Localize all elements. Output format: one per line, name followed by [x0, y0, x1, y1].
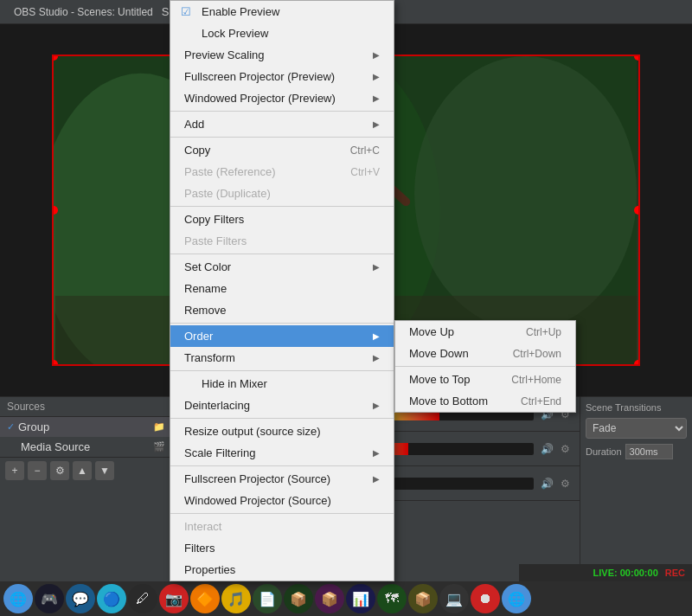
ctx-interact: Interact	[170, 516, 394, 537]
separator-3	[170, 206, 394, 207]
ctx-set-color[interactable]: Set Color ▶	[170, 256, 394, 278]
ctx-windowed-projector-source[interactable]: Windowed Projector (Source)	[170, 490, 394, 511]
audio-settings-2[interactable]: ⚙	[557, 441, 573, 457]
transition-type-select[interactable]: Fade	[586, 418, 687, 439]
transitions-panel: Scene Transitions Fade Duration 300ms	[580, 396, 692, 581]
ctx-order[interactable]: Order ▶	[170, 325, 394, 347]
taskbar-chrome[interactable]: 🌐	[3, 584, 33, 613]
taskbar-app4[interactable]: 🔵	[97, 584, 126, 613]
ctx-lock-preview-label: Lock Preview	[202, 27, 268, 40]
taskbar-steam[interactable]: 🎮	[35, 584, 64, 613]
handle-mr[interactable]	[634, 206, 640, 215]
ctx-lock-preview[interactable]: ☐ Lock Preview	[170, 22, 394, 44]
taskbar-app5[interactable]: 🖊	[128, 584, 157, 613]
audio-settings-3[interactable]: ⚙	[557, 476, 573, 491]
sources-panel-header: Sources	[0, 397, 172, 417]
source-group-label: Group	[18, 420, 49, 433]
context-menu: ☑ Enable Preview ☐ Lock Preview Preview …	[170, 0, 394, 581]
ctx-add[interactable]: Add ▶	[170, 113, 394, 135]
ctx-fullscreen-projector-source[interactable]: Fullscreen Projector (Source) ▶	[170, 468, 394, 490]
handle-bl[interactable]	[52, 360, 58, 366]
source-group-item[interactable]: ✓ Group 📁	[0, 417, 172, 437]
submenu-move-down[interactable]: Move Down Ctrl+Down	[395, 343, 575, 364]
group-check-icon: ✓	[7, 421, 15, 433]
move-down-shortcut: Ctrl+Down	[513, 348, 561, 360]
ctx-properties[interactable]: Properties	[170, 559, 394, 581]
ctx-resize-output[interactable]: Resize output (source size)	[170, 420, 394, 442]
ctx-add-label: Add	[184, 118, 204, 131]
taskbar-terminal[interactable]: 💻	[439, 584, 469, 613]
settings-source-button[interactable]: ⚙	[50, 461, 69, 480]
ctx-copy-label: Copy	[184, 144, 210, 157]
ctx-paste-duplicate-label: Paste (Duplicate)	[184, 187, 271, 200]
ctx-hide-in-mixer[interactable]: ☐ Hide in Mixer	[170, 373, 394, 395]
taskbar-app13[interactable]: 🗺	[377, 584, 407, 613]
ctx-deinterlacing[interactable]: Deinterlacing ▶	[170, 395, 394, 416]
audio-slider-2[interactable]: 🔊	[539, 441, 554, 457]
move-down-source-button[interactable]: ▼	[95, 461, 114, 480]
taskbar-app8[interactable]: 🎵	[221, 584, 251, 613]
ctx-windowed-projector-preview-label: Windowed Projector (Preview)	[184, 92, 336, 105]
ctx-enable-preview-label: Enable Preview	[202, 5, 279, 18]
taskbar-app6[interactable]: 📷	[159, 584, 189, 613]
ctx-rename[interactable]: Rename	[170, 278, 394, 299]
taskbar-last[interactable]: 🌐	[502, 584, 531, 613]
submenu-move-to-top[interactable]: Move to Top Ctrl+Home	[395, 369, 575, 390]
order-submenu: Move Up Ctrl+Up Move Down Ctrl+Down Move…	[394, 320, 576, 413]
fullscreen-projector-preview-arrow-icon: ▶	[373, 72, 380, 81]
separator-5	[170, 323, 394, 324]
submenu-move-to-bottom[interactable]: Move to Bottom Ctrl+End	[395, 390, 575, 412]
taskbar-app10[interactable]: 📦	[284, 584, 313, 613]
ctx-rename-label: Rename	[184, 282, 227, 295]
ctx-remove[interactable]: Remove	[170, 299, 394, 321]
duration-input[interactable]: 300ms	[625, 444, 673, 459]
ctx-copy-filters[interactable]: Copy Filters	[170, 209, 394, 230]
status-live: LIVE: 00:00:00	[593, 568, 658, 578]
taskbar-vlc[interactable]: 🔶	[190, 584, 220, 613]
ctx-fullscreen-projector-preview[interactable]: Fullscreen Projector (Preview) ▶	[170, 66, 394, 87]
audio-controls-3: 🔊 ⚙	[539, 476, 573, 491]
ctx-paste-filters-label: Paste Filters	[184, 234, 247, 247]
enable-preview-check-icon: ☑	[181, 5, 191, 18]
ctx-resize-output-label: Resize output (source size)	[184, 425, 321, 438]
fullscreen-projector-source-arrow-icon: ▶	[373, 474, 380, 484]
ctx-paste-filters: Paste Filters	[170, 230, 394, 252]
add-source-button[interactable]: +	[5, 461, 24, 480]
taskbar-app14[interactable]: 📦	[408, 584, 438, 613]
ctx-preview-scaling-label: Preview Scaling	[184, 48, 265, 61]
ctx-filters[interactable]: Filters	[170, 537, 394, 559]
ctx-fullscreen-projector-preview-label: Fullscreen Projector (Preview)	[184, 70, 335, 83]
ctx-hide-in-mixer-label: Hide in Mixer	[202, 377, 267, 390]
move-down-label: Move Down	[409, 347, 469, 360]
submenu-move-up[interactable]: Move Up Ctrl+Up	[395, 321, 575, 343]
move-to-top-shortcut: Ctrl+Home	[511, 374, 561, 386]
taskbar-app9[interactable]: 📄	[253, 584, 282, 613]
ctx-order-label: Order	[184, 330, 213, 343]
ctx-enable-preview[interactable]: ☑ Enable Preview	[170, 1, 394, 22]
taskbar-app11[interactable]: 📦	[315, 584, 344, 613]
hide-in-mixer-check-icon: ☐	[181, 377, 191, 390]
remove-source-button[interactable]: −	[28, 461, 47, 480]
sources-panel: Sources ✓ Group 📁 Media Source 🎬 + − ⚙ ▲…	[0, 396, 173, 581]
ctx-transform[interactable]: Transform ▶	[170, 347, 394, 369]
ctx-windowed-projector-preview[interactable]: Windowed Projector (Preview) ▶	[170, 87, 394, 109]
ctx-scale-filtering[interactable]: Scale Filtering ▶	[170, 442, 394, 464]
ctx-paste-reference: Paste (Reference) Ctrl+V	[170, 161, 394, 183]
ctx-copy[interactable]: Copy Ctrl+C	[170, 139, 394, 161]
audio-controls-2: 🔊 ⚙	[539, 441, 573, 457]
taskbar-skype[interactable]: 💬	[66, 584, 95, 613]
taskbar: 🌐 🎮 💬 🔵 🖊 📷 🔶 🎵 📄 📦 📦 📊 🗺 📦 💻 ⏺ 🌐	[0, 581, 692, 616]
add-arrow-icon: ▶	[373, 119, 380, 129]
ctx-deinterlacing-label: Deinterlacing	[184, 399, 250, 412]
taskbar-obs[interactable]: ⏺	[471, 584, 500, 613]
copy-shortcut: Ctrl+C	[350, 144, 380, 157]
handle-tr[interactable]	[634, 55, 640, 61]
handle-br[interactable]	[634, 360, 640, 366]
ctx-paste-duplicate: Paste (Duplicate)	[170, 183, 394, 204]
audio-slider-3[interactable]: 🔊	[539, 476, 554, 491]
ctx-preview-scaling[interactable]: Preview Scaling ▶	[170, 44, 394, 66]
taskbar-app12[interactable]: 📊	[346, 584, 375, 613]
separator-9	[170, 513, 394, 514]
move-up-source-button[interactable]: ▲	[73, 461, 92, 480]
source-media-item[interactable]: Media Source 🎬	[0, 437, 172, 457]
